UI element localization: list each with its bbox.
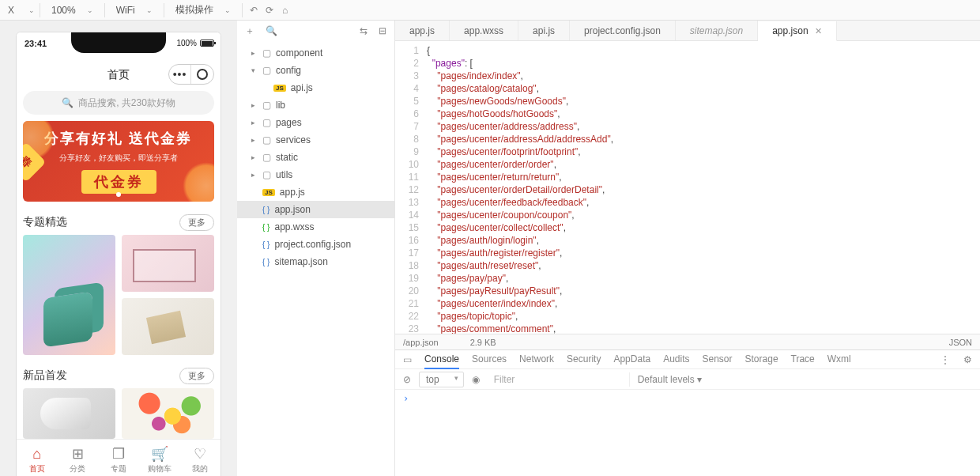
levels-select[interactable]: Default levels ▾: [638, 374, 702, 385]
status-size: 2.9 KB: [470, 338, 496, 347]
tabbar-label: 专题: [111, 463, 126, 474]
tree-label: utils: [276, 169, 292, 180]
devtools-tab[interactable]: Network: [519, 350, 554, 369]
phone-notch: [71, 32, 166, 53]
tree-node[interactable]: JSapi.js: [237, 79, 394, 96]
caret-device[interactable]: ⌄: [28, 6, 35, 14]
close-tab-icon[interactable]: ✕: [815, 26, 822, 36]
devtools-settings-icon[interactable]: ⚙: [963, 351, 972, 368]
console-filters: ⊘ top ◉ Filter Default levels ▾: [395, 369, 980, 390]
back-icon[interactable]: ↶: [247, 4, 260, 17]
inspect-icon[interactable]: ▭: [403, 351, 412, 368]
devtools-menu-icon[interactable]: ⋮: [940, 351, 951, 368]
tree-label: app.js: [280, 187, 305, 198]
tree-label: api.js: [291, 82, 313, 93]
tree-node[interactable]: ▸▢services: [237, 131, 394, 149]
context-select[interactable]: top: [419, 372, 464, 387]
editor-tab[interactable]: api.js: [518, 21, 570, 40]
featured-card[interactable]: [122, 235, 214, 292]
tab-bar: ⌂首页⊞分类❐专题🛒购物车♡我的: [17, 439, 220, 476]
home-icon[interactable]: ⌂: [279, 4, 292, 17]
tab-label: api.js: [533, 25, 555, 36]
clear-console-icon[interactable]: ⊘: [403, 374, 411, 385]
tree-node[interactable]: ▸▢utils: [237, 166, 394, 183]
tree-node[interactable]: ▸▢static: [237, 149, 394, 166]
devtools-tab[interactable]: Storage: [745, 350, 778, 369]
code-editor[interactable]: 1234567891011121314151617181920212223242…: [395, 41, 980, 334]
tab-label: app.wxss: [464, 25, 503, 36]
devtools-tab[interactable]: Sources: [472, 350, 507, 369]
editor-tab[interactable]: app.wxss: [450, 21, 518, 40]
collapse-icon[interactable]: ⇆: [360, 25, 368, 36]
featured-card[interactable]: [122, 298, 214, 355]
section-title-new: 新品首发: [23, 368, 67, 383]
tab-label: app.js: [409, 25, 435, 36]
sim-action-select[interactable]: 模拟操作⌄: [169, 2, 237, 18]
tree-node[interactable]: { }project.config.json: [237, 236, 394, 253]
section-title-featured: 专题精选: [23, 215, 67, 229]
search-icon[interactable]: 🔍: [266, 25, 277, 36]
tree-node[interactable]: ▾▢config: [237, 62, 394, 79]
tree-node[interactable]: JSapp.js: [237, 183, 394, 201]
capsule[interactable]: •••: [168, 64, 214, 85]
tab-label: sitemap.json: [690, 25, 743, 36]
tree-label: pages: [276, 117, 302, 128]
tabbar-item[interactable]: ❐专题: [98, 440, 139, 476]
tree-node[interactable]: { }app.wxss: [237, 218, 394, 236]
tabbar-label: 购物车: [148, 463, 172, 474]
status-path: /app.json: [403, 338, 439, 347]
network-select[interactable]: WiFi⌄: [110, 2, 159, 18]
tab-label: project.config.json: [584, 25, 661, 36]
tree-node[interactable]: { }app.json: [237, 201, 394, 218]
devtools-tab[interactable]: Security: [567, 350, 601, 369]
tabbar-item[interactable]: 🛒购物车: [139, 440, 180, 476]
banner-subtitle: 分享好友，好友购买，即送分享者: [59, 153, 178, 164]
editor-tab[interactable]: project.config.json: [570, 21, 676, 40]
tree-label: services: [276, 134, 311, 145]
tree-node[interactable]: { }sitemap.json: [237, 253, 394, 270]
new-file-icon[interactable]: ＋: [245, 25, 254, 38]
tabbar-item[interactable]: ⊞分类: [58, 440, 99, 476]
tree-label: app.wxss: [274, 221, 314, 232]
editor-tab[interactable]: app.json✕: [758, 21, 836, 41]
more-button[interactable]: 更多: [179, 214, 214, 231]
banner-title: 分享有好礼 送代金券: [44, 129, 192, 148]
eye-icon[interactable]: ◉: [472, 374, 480, 385]
banner-corner-badge: 春: [23, 142, 46, 183]
editor-area: app.jsapp.wxssapi.jsproject.config.jsons…: [395, 21, 980, 476]
tabbar-item[interactable]: ♡我的: [179, 440, 220, 476]
devtools-tab[interactable]: Console: [424, 350, 459, 369]
tabbar-item[interactable]: ⌂首页: [17, 440, 58, 476]
tree-label: project.config.json: [274, 239, 351, 250]
refresh-icon[interactable]: ⟳: [263, 4, 276, 17]
status-battery: 100%: [176, 39, 214, 47]
devtools-tab[interactable]: AppData: [613, 350, 650, 369]
console-body[interactable]: ›: [395, 390, 980, 476]
featured-card[interactable]: [23, 235, 115, 355]
zoom-select[interactable]: 100%⌄: [45, 2, 100, 18]
tree-label: component: [276, 47, 322, 59]
devtools-tab[interactable]: Sensor: [703, 350, 733, 369]
devtools-tab[interactable]: Wxml: [827, 350, 851, 369]
more-icon[interactable]: ⊟: [379, 25, 386, 36]
more-button[interactable]: 更多: [179, 368, 214, 384]
filter-input[interactable]: Filter: [488, 372, 630, 387]
devtools-tab[interactable]: Trace: [791, 350, 815, 369]
tree-node[interactable]: ▸▢pages: [237, 114, 394, 131]
tree-node[interactable]: ▸▢lib: [237, 96, 394, 114]
devtools-tabs: ▭ ConsoleSourcesNetworkSecurityAppDataAu…: [395, 350, 980, 369]
tree-label: lib: [276, 100, 285, 111]
new-card[interactable]: [23, 388, 115, 439]
editor-tab[interactable]: sitemap.json: [676, 21, 758, 40]
capsule-menu-icon[interactable]: •••: [169, 65, 191, 84]
devtools-tab[interactable]: Audits: [663, 350, 689, 369]
tabbar-label: 分类: [70, 463, 85, 474]
search-input[interactable]: 🔍 商品搜索, 共230款好物: [23, 91, 214, 115]
promo-banner[interactable]: 春 分享有好礼 送代金券 分享好友，好友购买，即送分享者 代金券: [23, 121, 214, 202]
tree-label: sitemap.json: [274, 256, 327, 267]
close-x[interactable]: X: [5, 5, 17, 16]
new-card[interactable]: [122, 388, 214, 439]
tree-node[interactable]: ▸▢component: [237, 44, 394, 62]
capsule-close-icon[interactable]: [191, 65, 213, 84]
editor-tab[interactable]: app.js: [395, 21, 450, 40]
